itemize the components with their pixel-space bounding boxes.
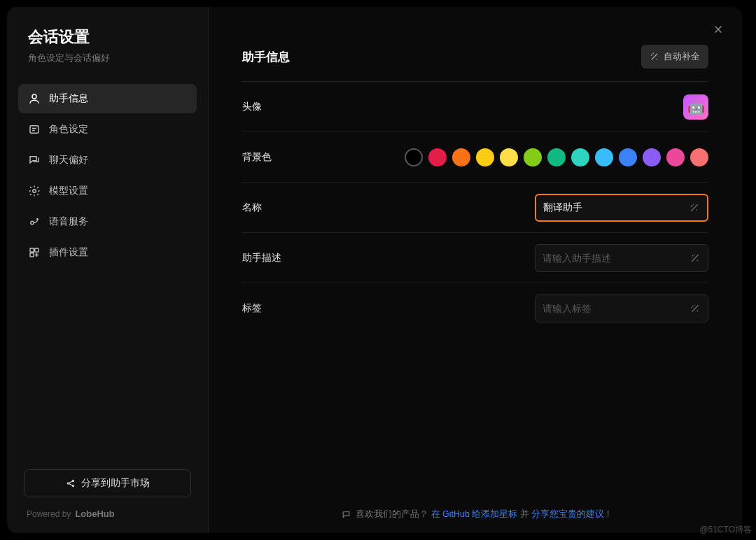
share-icon [66, 478, 76, 488]
color-swatch[interactable] [619, 148, 637, 166]
svg-rect-6 [35, 248, 38, 252]
sidebar-item-label: 聊天偏好 [49, 154, 88, 166]
sidebar-item-label: 角色设定 [49, 123, 88, 136]
footer-link-github[interactable]: 在 GitHub 给添加星标 [431, 509, 518, 519]
color-swatch[interactable] [571, 148, 589, 166]
name-input[interactable] [543, 202, 683, 213]
section-header: 助手信息 自动补全 [242, 45, 708, 69]
color-swatches [405, 148, 708, 166]
chat-icon [28, 154, 41, 166]
powered-by: Powered by LobeHub [24, 509, 191, 519]
color-swatch[interactable] [476, 148, 494, 166]
sidebar-item-label: 助手信息 [49, 92, 88, 105]
svg-rect-5 [30, 248, 34, 252]
autocomplete-button[interactable]: 自动补全 [641, 45, 708, 69]
mic-icon [28, 215, 41, 228]
sidebar-item-model-setting[interactable]: 模型设置 [18, 176, 197, 206]
color-swatch[interactable] [595, 148, 613, 166]
wand-icon[interactable] [690, 303, 701, 314]
avatar-emoji: 🤖 [687, 99, 705, 115]
row-value-avatar: 🤖 [683, 94, 708, 120]
watermark: @51CTO博客 [699, 524, 752, 536]
sidebar-item-chat-pref[interactable]: 聊天偏好 [18, 145, 197, 175]
footer-mid: 并 [520, 509, 531, 519]
color-swatch[interactable] [690, 148, 708, 166]
wand-icon[interactable] [690, 253, 701, 264]
powered-brand: LobeHub [75, 509, 114, 519]
color-swatch[interactable] [524, 148, 542, 166]
wand-icon [650, 52, 659, 62]
plugin-icon [28, 246, 41, 259]
svg-point-10 [72, 485, 74, 486]
sidebar-item-label: 模型设置 [49, 185, 88, 197]
row-label-name: 名称 [242, 201, 291, 214]
footer-bar: 喜欢我们的产品？ 在 GitHub 给添加星标 并 分享您宝贵的建议 ! [209, 509, 742, 520]
section-title: 助手信息 [242, 49, 290, 65]
sidebar-item-voice[interactable]: 语音服务 [18, 207, 197, 236]
row-value-description [535, 244, 708, 272]
row-value-tags [535, 294, 708, 322]
row-description: 助手描述 [242, 233, 708, 283]
svg-point-0 [32, 94, 36, 99]
sidebar-item-plugin[interactable]: 插件设置 [18, 238, 197, 267]
color-swatch[interactable] [547, 148, 566, 166]
row-label-bgcolor: 背景色 [242, 151, 291, 164]
sidebar-item-label: 插件设置 [49, 246, 88, 259]
row-value-name [535, 194, 708, 222]
svg-rect-7 [30, 253, 34, 257]
svg-point-8 [67, 483, 69, 484]
svg-point-3 [31, 221, 34, 225]
color-swatch[interactable] [428, 148, 447, 166]
sidebar: 会话设置 角色设定与会话偏好 助手信息 角色设定 聊天偏好 [7, 7, 209, 533]
color-swatch[interactable] [405, 148, 423, 166]
sidebar-title: 会话设置 [28, 27, 187, 48]
row-label-avatar: 头像 [242, 101, 291, 113]
gear-icon [28, 185, 41, 197]
color-swatch[interactable] [666, 148, 685, 166]
autocomplete-label: 自动补全 [664, 50, 700, 63]
color-swatch[interactable] [643, 148, 661, 166]
sidebar-subtitle: 角色设定与会话偏好 [28, 52, 187, 64]
color-swatch[interactable] [452, 148, 470, 166]
svg-point-2 [33, 190, 36, 193]
close-icon [712, 23, 724, 36]
row-bgcolor: 背景色 [242, 132, 708, 183]
app-window: 会话设置 角色设定与会话偏好 助手信息 角色设定 聊天偏好 [7, 7, 742, 533]
powered-prefix: Powered by [27, 509, 71, 519]
sidebar-nav: 助手信息 角色设定 聊天偏好 模型设置 [7, 77, 208, 469]
share-label: 分享到助手市场 [81, 477, 150, 490]
svg-rect-1 [30, 126, 38, 134]
footer-link-feedback[interactable]: 分享您宝贵的建议 [531, 509, 604, 519]
close-button[interactable] [708, 20, 728, 39]
footer-prefix: 喜欢我们的产品？ [356, 509, 428, 519]
description-input-wrap [535, 244, 708, 272]
tags-input[interactable] [542, 303, 684, 314]
name-input-wrap [535, 194, 708, 222]
description-input[interactable] [542, 253, 684, 264]
footer-chat-icon [342, 510, 351, 519]
row-label-description: 助手描述 [242, 252, 291, 264]
svg-point-9 [72, 480, 74, 481]
sidebar-item-role-setting[interactable]: 角色设定 [18, 115, 197, 144]
footer-suffix: ! [607, 509, 609, 519]
wand-icon[interactable] [689, 202, 700, 213]
tags-input-wrap [535, 294, 708, 322]
prompt-icon [28, 123, 41, 136]
color-swatch[interactable] [500, 148, 518, 166]
sidebar-header: 会话设置 角色设定与会话偏好 [7, 27, 208, 77]
sidebar-item-label: 语音服务 [49, 215, 88, 228]
main-pane: 助手信息 自动补全 头像 🤖 背景色 名称 [209, 7, 742, 533]
content: 助手信息 自动补全 头像 🤖 背景色 名称 [209, 7, 742, 334]
row-name: 名称 [242, 183, 708, 233]
user-icon [28, 92, 41, 105]
sidebar-footer: 分享到助手市场 Powered by LobeHub [7, 469, 208, 519]
row-avatar: 头像 🤖 [242, 82, 708, 132]
share-button[interactable]: 分享到助手市场 [24, 469, 191, 497]
row-tags: 标签 [242, 283, 708, 334]
sidebar-item-assistant-info[interactable]: 助手信息 [18, 84, 197, 113]
row-label-tags: 标签 [242, 302, 291, 315]
avatar[interactable]: 🤖 [683, 94, 708, 120]
svg-point-4 [37, 219, 38, 220]
